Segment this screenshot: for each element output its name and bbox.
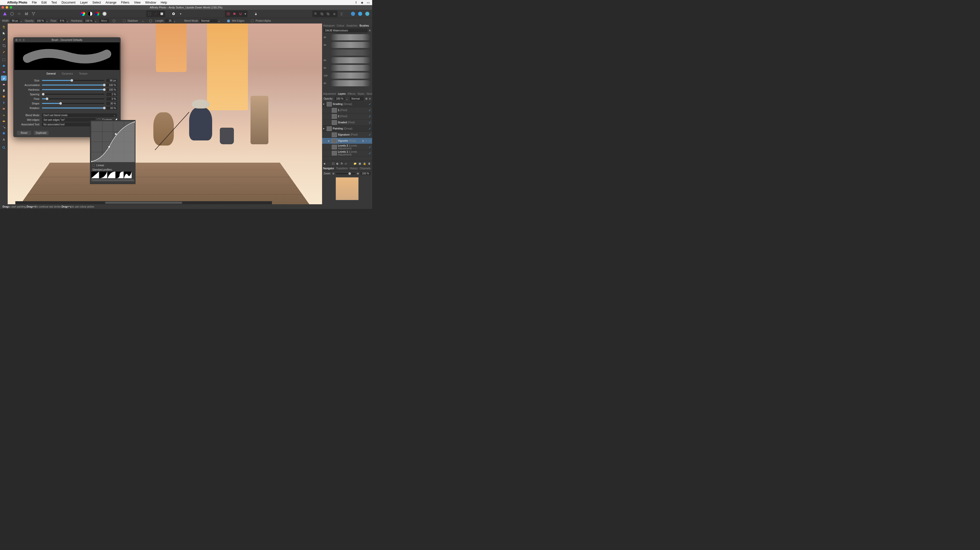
layer-visible-icon[interactable]: ✓	[369, 115, 371, 118]
arrange-forward-icon[interactable]	[325, 11, 331, 17]
more-button[interactable]: More	[99, 19, 109, 23]
layer-name[interactable]: Vignette (Pixel)	[338, 139, 361, 142]
window-zoom-button[interactable]	[10, 6, 12, 9]
tab-transform[interactable]: Transform	[336, 167, 348, 170]
quick-mask-icon[interactable]	[171, 11, 177, 17]
erase-tool[interactable]	[1, 82, 6, 87]
tab-swatches[interactable]: Swatches	[346, 24, 357, 27]
length-dropdown-icon[interactable]	[174, 20, 176, 22]
layer-visible-icon[interactable]: ✓	[369, 127, 371, 130]
profile-preset[interactable]	[108, 171, 115, 178]
layer-name[interactable]: 2 (Pixel)	[338, 115, 368, 118]
profiles-scrollbar[interactable]	[91, 179, 134, 181]
colour-wheel-icon[interactable]	[80, 11, 86, 17]
layer-opacity-input[interactable]: 100 %	[334, 97, 345, 100]
zoom-tool[interactable]	[1, 145, 6, 150]
flow-dropdown-icon[interactable]	[67, 20, 69, 22]
layer-delete-icon[interactable]: 🗑	[368, 162, 371, 165]
healing-tool[interactable]	[1, 106, 6, 111]
opacity-input[interactable]: 100 %	[35, 19, 46, 22]
selection-brush-tool[interactable]	[1, 49, 6, 54]
menu-help[interactable]: Help	[161, 1, 167, 4]
reset-button[interactable]: Reset	[17, 131, 31, 135]
dlg-flow-input[interactable]: 8 %	[107, 97, 117, 101]
crop-tool[interactable]	[1, 43, 6, 48]
profile-preset[interactable]	[124, 171, 132, 178]
dlg-size-slider[interactable]	[42, 80, 104, 81]
flood-fill-tool[interactable]	[1, 63, 6, 68]
layer-visible-icon[interactable]: ✓	[369, 145, 371, 149]
dlg-accumulation-input[interactable]: 100 %	[107, 84, 117, 87]
dlg-rotation-slider[interactable]	[42, 108, 104, 109]
brush-preset[interactable]: 80	[323, 33, 371, 41]
blur-tool[interactable]	[1, 100, 6, 105]
curve-editor[interactable]	[91, 121, 135, 162]
dlg-spacing-input[interactable]: 2 %	[107, 93, 117, 96]
zoom-input[interactable]: 150 %	[360, 172, 371, 175]
stabiliser-checkbox[interactable]	[123, 20, 126, 22]
linear-checkbox[interactable]	[92, 164, 95, 166]
zoom-in-button[interactable]: ⊕	[357, 172, 359, 175]
layer-row[interactable]: ▾ Painting (Group) ✓	[322, 126, 372, 132]
tab-adjustment[interactable]: Adjustment	[323, 92, 336, 95]
arrange-backward-icon[interactable]	[319, 11, 325, 17]
layer-visible-icon[interactable]: ✓	[369, 139, 371, 143]
menu-arrange[interactable]: Arrange	[105, 1, 116, 4]
length-input[interactable]: 35	[165, 19, 173, 22]
blend-dropdown-icon[interactable]	[218, 20, 221, 22]
tab-styles[interactable]: Styles	[357, 92, 364, 95]
dlg-spacing-slider[interactable]	[42, 94, 104, 95]
dlg-wet-select[interactable]: Set wet edges "on"⌄	[42, 118, 95, 122]
dialog-close-button[interactable]	[15, 39, 18, 41]
navigator-preview[interactable]	[336, 177, 359, 200]
profile-preset[interactable]	[99, 171, 107, 178]
dlg-blend-select[interactable]: Don't set blend mode⌄	[42, 113, 117, 117]
blend-select[interactable]: Normal	[200, 19, 218, 22]
duplicate-button[interactable]: Duplicate	[34, 131, 49, 135]
colour-grey-icon[interactable]	[102, 11, 107, 17]
dialog-min-button[interactable]	[19, 39, 21, 41]
menu-view[interactable]: View	[134, 1, 141, 4]
menu-select[interactable]: Select	[92, 1, 101, 4]
horizontal-scrollbar[interactable]	[15, 201, 272, 204]
layer-crop-icon[interactable]: ▱	[345, 162, 347, 165]
quick-mask-dropdown-icon[interactable]: ▾	[178, 11, 183, 17]
brush-category-select[interactable]: DAUB Watercolours	[324, 29, 368, 32]
zoom-slider[interactable]	[336, 173, 355, 174]
dlg-accumulation-slider[interactable]	[42, 84, 104, 86]
brush-list[interactable]: 80 96 80 80 128 80	[322, 33, 372, 92]
layer-name[interactable]: Graded (Pixel)	[338, 121, 368, 124]
menu-text[interactable]: Text	[51, 1, 57, 4]
arrange-back-icon[interactable]	[313, 11, 318, 17]
hardness-dropdown-icon[interactable]	[95, 20, 97, 22]
tab-colour[interactable]: Colour	[337, 24, 344, 27]
layer-visible-icon[interactable]: ✓	[369, 102, 371, 106]
layer-row[interactable]: 2 (Pixel) ✓	[322, 113, 372, 119]
dlg-size-input[interactable]: 96 px	[107, 79, 117, 82]
protect-alpha-checkbox[interactable]	[251, 20, 254, 22]
tab-layers[interactable]: Layers	[338, 92, 345, 95]
layer-name[interactable]: Levels 2 (Levels Adjustment)	[338, 144, 368, 150]
layer-visible-icon[interactable]: ✓	[369, 151, 371, 155]
layer-group-icon[interactable]: 📁	[353, 162, 356, 165]
clone-tool[interactable]	[1, 88, 6, 93]
layer-row[interactable]: 1 (Pixel) ✓	[322, 107, 372, 113]
disclosure-icon[interactable]: ▸	[328, 139, 331, 142]
layer-visible-icon[interactable]: ✓	[369, 133, 371, 136]
menu-document[interactable]: Document	[62, 1, 76, 4]
flow-input[interactable]: 8 %	[58, 19, 66, 22]
layer-settings-icon[interactable]: ⚙	[365, 97, 368, 100]
stabiliser-mode-2-icon[interactable]	[148, 18, 153, 24]
hardness-input[interactable]: 100 %	[84, 19, 94, 22]
brush-preset[interactable]	[323, 49, 371, 56]
text-tool[interactable]: A	[1, 137, 6, 142]
assistant-1-icon[interactable]	[350, 11, 356, 17]
arrange-front-icon[interactable]	[331, 11, 337, 17]
persona-develop-icon[interactable]	[24, 11, 29, 17]
layer-visible-icon[interactable]: ✓	[365, 139, 368, 143]
tab-channels[interactable]: Channels	[360, 167, 371, 170]
brush-preset[interactable]: 80	[323, 56, 371, 64]
tab-texture[interactable]: Texture	[79, 72, 88, 75]
disclosure-icon[interactable]: ▾	[323, 103, 326, 105]
layer-list[interactable]: ▾ Grading (Group) ✓ 1 (Pixel) ✓ 2 (Pixel…	[322, 101, 372, 161]
